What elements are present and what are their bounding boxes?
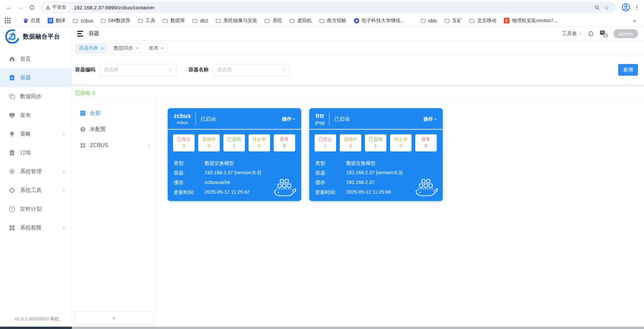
action-label: 操作 [423, 116, 433, 122]
row-value: 数据交换模型 [205, 160, 234, 167]
sidebar-fold-icon[interactable] [76, 29, 85, 38]
site-badge-icon [354, 18, 359, 23]
tab-container-list[interactable]: 容器列表 × [75, 43, 107, 53]
chip-label: 已启动 [223, 136, 245, 143]
chip-value: 0 [340, 143, 361, 149]
tree-spacer [72, 153, 156, 309]
bookmark-centos[interactable]: C 物理机安装centos7... [501, 16, 560, 25]
chip-label: 停止中 [390, 136, 412, 143]
browser-toolbar: ← → 不安全 192.168.2.37:8890/zcbus/containe… [0, 0, 644, 15]
sidebar-item-subscribe[interactable]: 订阅 [0, 143, 71, 162]
bookmark-label: 虚拟机 [297, 17, 312, 24]
folder-icon [73, 18, 78, 23]
bookmark-translate[interactable]: 译 翻译 [45, 16, 68, 25]
close-icon[interactable]: × [101, 46, 104, 51]
avatar-icon [622, 3, 630, 12]
app-window: Z 数据融合平台 首页 容器 [0, 27, 644, 327]
tree-collapse-button[interactable]: « [74, 311, 153, 325]
container-name-select[interactable]: 请选择 ∨ [213, 64, 290, 76]
tree-item-all[interactable]: 全部 [72, 105, 156, 121]
bookmark-star-icon[interactable]: ☆ [602, 3, 611, 12]
address-bar[interactable]: 不安全 192.168.2.37:8890/zcbus/container ☆ [41, 2, 615, 13]
tab-data-sync[interactable]: 数据同步 × [110, 43, 142, 53]
tree-item-zcbus-group[interactable]: ZCBUS ∨ [72, 137, 156, 153]
back-icon[interactable]: ← [3, 2, 15, 13]
apps-grid-icon[interactable] [5, 18, 10, 23]
notification-bell-icon[interactable] [588, 30, 594, 37]
question-circle-icon: ? [80, 126, 86, 132]
sidebar-item-strategy[interactable]: 策略 ∨ [0, 125, 71, 143]
refresh-icon[interactable] [26, 2, 38, 13]
chip-label: 启动中 [198, 136, 220, 143]
sidebar-item-data-sync[interactable]: 数据同步 [0, 87, 71, 106]
sidebar-item-container[interactable]: 容器 [0, 68, 71, 87]
bookmark-uestc[interactable]: 电子科技大学继续... [351, 16, 408, 25]
security-chip[interactable]: 不安全 [43, 3, 70, 12]
sidebar-item-publish[interactable]: 发布 [0, 106, 71, 125]
sidebar-item-schedule[interactable]: 定时计划 [0, 200, 71, 218]
sidebar-item-system-tools[interactable]: 系统工具 ∨ [0, 181, 71, 200]
bookmark-label: 南方招标 [327, 17, 346, 24]
bookmark-baidu[interactable]: 百度 [20, 16, 43, 25]
bookmark-database[interactable]: 数据库 [160, 16, 188, 25]
brand-logo-icon: Z [5, 29, 19, 44]
close-icon[interactable]: × [136, 46, 139, 51]
sidebar-item-system-mgmt[interactable]: 系统管理 ∨ [0, 162, 71, 181]
bookmark-tools[interactable]: 工具 [135, 16, 158, 25]
tree-item-unconfigured[interactable]: ? 未配置 [72, 121, 156, 137]
card-action-dropdown[interactable]: 操作 ∨ [423, 116, 437, 122]
home-icon [9, 56, 15, 62]
row-value: 数据交换模型 [346, 160, 375, 167]
bookmark-wukuang[interactable]: 五矿 [441, 16, 465, 25]
browser-menu-icon[interactable] [633, 5, 641, 10]
container-status: 已启动 [334, 116, 349, 122]
bulb-icon [9, 131, 15, 137]
status-chip: 启动中 0 [340, 134, 361, 151]
user-badge[interactable]: admin [613, 29, 638, 38]
row-label: 缓存: [315, 180, 346, 186]
chip-value: 0 [274, 143, 295, 149]
security-label: 不安全 [52, 4, 66, 10]
row-label: 类型: [174, 160, 205, 167]
status-chip-row: 已停止 3 启动中 0 已启动 1 [168, 130, 301, 154]
sidebar-item-home[interactable]: 首页 [0, 50, 71, 68]
forward-icon[interactable]: → [15, 2, 26, 13]
container-code-select[interactable]: 请选择 ∨ [99, 64, 176, 76]
c-site-icon: C [504, 18, 509, 23]
action-label: 操作 [282, 116, 291, 122]
tab-label: 发布 [149, 45, 158, 51]
bookmark-system[interactable]: 系统 [262, 16, 285, 25]
bookmark-nanfang[interactable]: 南方招标 [316, 16, 350, 25]
chip-label: 已启动 [365, 136, 386, 143]
profile-avatar[interactable] [621, 2, 631, 12]
bookmark-idds[interactable]: idds [418, 16, 440, 25]
card-action-dropdown[interactable]: 操作 ∨ [282, 116, 295, 122]
grid-icon [9, 224, 15, 231]
main-header: 容器 工具集 ∨ 中En admin [72, 27, 644, 41]
bookmark-db2[interactable]: db2 [189, 16, 211, 25]
sidebar-item-permissions[interactable]: 系统权限 ∨ [0, 218, 71, 237]
toolset-dropdown[interactable]: 工具集 ∨ [562, 30, 582, 37]
container-name-label: 容器名称 [189, 67, 209, 73]
bookmark-label: 电子科技大学继续... [362, 17, 405, 24]
chip-value: 0 [249, 143, 270, 149]
chip-label: 已停止 [173, 136, 195, 143]
bookmark-dm-db[interactable]: DM数据库 [98, 16, 133, 25]
chip-label: 已停止 [315, 136, 336, 143]
language-switch-icon[interactable]: 中En [600, 30, 607, 37]
row-value: 192.168.2.37 [version:8.3] [205, 170, 261, 176]
tab-publish[interactable]: 发布 × [145, 43, 167, 53]
zoom-icon[interactable] [593, 3, 602, 12]
bookmark-label: zcbus [80, 18, 93, 23]
add-button[interactable]: 新增 [618, 64, 638, 76]
url-text[interactable]: 192.168.2.37:8890/zcbus/container [74, 5, 155, 10]
brand-name: 数据融合平台 [23, 32, 60, 41]
bookmark-system-images[interactable]: 系统镜像与安装 [213, 16, 261, 25]
folder-icon [163, 18, 168, 23]
close-icon[interactable]: × [161, 46, 164, 51]
bookmark-label: 数据库 [170, 17, 185, 24]
bookmark-bjmobile[interactable]: 北京移动 [466, 16, 499, 25]
bookmarks-overflow-icon[interactable]: » [630, 18, 639, 24]
bookmark-vm[interactable]: 虚拟机 [286, 16, 315, 25]
bookmark-zcbus[interactable]: zcbus [70, 16, 96, 25]
